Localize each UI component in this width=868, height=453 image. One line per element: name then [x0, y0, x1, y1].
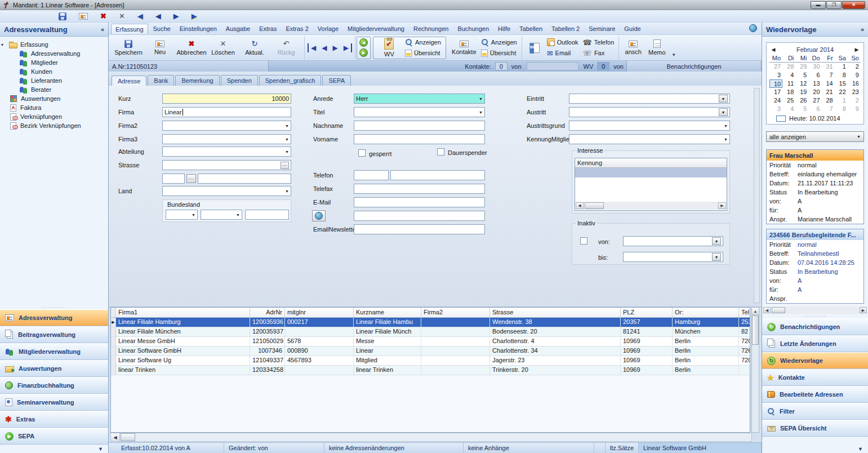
menu-item[interactable]: Vorlage: [314, 24, 342, 33]
inaktiv-bis-dropdown-icon[interactable]: ▼: [712, 253, 721, 261]
wv-card[interactable]: Frau Marschall Prioritätnormal Betreff:e…: [766, 149, 864, 224]
bundesland-extra-field[interactable]: [245, 210, 289, 220]
kurz-field[interactable]: 10000: [162, 94, 291, 104]
anrede-field[interactable]: Herr: [354, 94, 485, 104]
calendar-day[interactable]: 29: [795, 63, 808, 71]
strasse-lookup-icon[interactable]: ···: [281, 162, 289, 169]
tab[interactable]: Spenden: [221, 75, 258, 86]
calendar-day[interactable]: 26: [795, 96, 808, 105]
firma3-field[interactable]: [162, 134, 291, 144]
calendar-day[interactable]: 17: [769, 88, 782, 96]
kontakte-anzeigen-button[interactable]: Anzeigen: [479, 38, 519, 47]
column-header[interactable]: Firma1: [116, 308, 250, 317]
tree-item-mitglieder[interactable]: Mitglieder: [1, 58, 107, 67]
next-icon[interactable]: ▶: [173, 12, 179, 20]
column-header[interactable]: Kurzname: [354, 308, 421, 317]
plz-field[interactable]: [162, 174, 185, 184]
cancel-icon[interactable]: ✖: [100, 12, 106, 20]
calendar-day[interactable]: 6: [808, 71, 821, 79]
email-field[interactable]: [354, 197, 485, 207]
calendar-day[interactable]: 5: [795, 71, 808, 79]
neu-button[interactable]: Neu: [145, 37, 175, 59]
wv-anzeigen-button[interactable]: Anzeigen: [403, 38, 443, 47]
calendar-day[interactable]: 13: [808, 79, 821, 88]
jump-back-icon[interactable]: ◀: [137, 12, 143, 20]
module-mitgliederverwaltung[interactable]: Mitgliederverwaltung: [0, 343, 108, 360]
column-header[interactable]: Strasse: [490, 308, 621, 317]
tree-item-auswertungen[interactable]: Auswertungen: [1, 94, 107, 103]
calendar-day[interactable]: 28: [782, 63, 795, 71]
eintritt-field[interactable]: ▼: [569, 94, 730, 104]
kennung-mitglied-field[interactable]: [569, 134, 730, 144]
calendar-day[interactable]: 28: [822, 96, 835, 105]
restore-button[interactable]: ❐: [826, 1, 842, 9]
wv-uebersicht-button[interactable]: Übersicht: [403, 48, 443, 57]
gesperrt-checkbox[interactable]: [358, 149, 366, 157]
interesse-list[interactable]: Kennung ◀ ▶: [575, 158, 727, 211]
calendar-today-row[interactable]: Heute: 10.02.2014: [769, 113, 861, 122]
firma2-field[interactable]: [162, 121, 291, 131]
interesse-scrollbar[interactable]: ◀ ▶: [576, 202, 726, 210]
calendar-day[interactable]: 22: [835, 88, 848, 96]
tab[interactable]: Bank: [148, 75, 174, 86]
scroll-right-icon[interactable]: ▶: [718, 202, 726, 209]
menu-item[interactable]: Ausgabe: [222, 24, 254, 33]
anschrift-button[interactable]: ansch: [622, 37, 644, 59]
telefon-button[interactable]: ☎Telefon: [581, 38, 616, 47]
email-newsletter-field[interactable]: [354, 224, 485, 234]
word-button[interactable]: [525, 37, 544, 59]
eintritt-dropdown-icon[interactable]: ▼: [719, 95, 728, 103]
previous-month-icon[interactable]: ◀: [769, 47, 777, 52]
first-record-button[interactable]: ◀: [308, 43, 318, 52]
table-row[interactable]: Linear Messe GmbH1210500295678MesseCharl…: [111, 337, 750, 347]
collapse-sidebar-icon[interactable]: «: [101, 26, 104, 33]
calendar-day[interactable]: 8: [835, 71, 848, 79]
next-month-icon[interactable]: ▶: [853, 47, 861, 52]
wv-next-button[interactable]: ▶: [359, 48, 368, 57]
panel-nav-bearbeitete-adressen[interactable]: Bearbeitete Adressen: [762, 386, 868, 403]
calendar-day[interactable]: 4: [782, 105, 795, 113]
column-header[interactable]: Or:: [673, 308, 739, 317]
calendar-day[interactable]: 18: [782, 88, 795, 96]
loeschen-button[interactable]: ✕Löschen: [208, 37, 238, 59]
bundesland-code-field[interactable]: [166, 210, 198, 220]
minimize-button[interactable]: ▬: [811, 1, 826, 9]
tree-item-erfassung[interactable]: ▾Erfassung: [1, 40, 107, 49]
abbrechen-button[interactable]: ✖Abbrechen: [176, 37, 207, 59]
calendar-day[interactable]: 30: [808, 63, 821, 71]
land-field[interactable]: [162, 186, 291, 196]
firma-field[interactable]: Linear: [162, 107, 291, 117]
wv-previous-button[interactable]: ◀: [359, 38, 368, 47]
scroll-thumb[interactable]: [772, 307, 785, 313]
menu-item[interactable]: Suche: [149, 24, 175, 33]
calendar-day[interactable]: 11: [782, 79, 795, 88]
module-seminarverwaltung[interactable]: Seminarverwaltung: [0, 394, 108, 411]
calendar-day[interactable]: 31: [822, 63, 835, 71]
expand-panel-icon[interactable]: »: [861, 26, 864, 33]
plz-lookup-button[interactable]: ···: [186, 174, 196, 183]
table-row[interactable]: Linear Software Ug1210493374567893Mitgli…: [111, 356, 750, 366]
calendar-day[interactable]: 2: [848, 63, 861, 71]
menu-item[interactable]: Extras: [255, 24, 281, 33]
vorname-field[interactable]: [354, 134, 485, 144]
calendar-day[interactable]: 9: [848, 105, 861, 113]
module-auswertungen[interactable]: Auswertungen: [0, 360, 108, 377]
calendar-day[interactable]: 3: [769, 71, 782, 79]
sidebar-overflow[interactable]: ▼: [0, 445, 108, 453]
column-header[interactable]: PLZ: [621, 308, 673, 317]
fax-button[interactable]: ☏Fax: [581, 48, 616, 57]
abteilung-field[interactable]: [162, 146, 291, 157]
scroll-left-icon[interactable]: ◀: [763, 307, 771, 313]
table-row[interactable]: linear Trinken120334258linear TrinkenTri…: [111, 366, 750, 375]
inaktiv-von-dropdown-icon[interactable]: ▼: [712, 237, 721, 245]
toolbar-options-icon[interactable]: ▼: [671, 52, 676, 60]
menu-item[interactable]: Tabellen 2: [547, 24, 584, 33]
kontakte-uebersicht-button[interactable]: Übersicht: [479, 48, 519, 57]
wv-card[interactable]: 234566 Berufsbegleitende F... Prioritätn…: [766, 229, 864, 304]
austritt-dropdown-icon[interactable]: ▼: [719, 108, 728, 116]
panel-nav-benachrichtigungen[interactable]: ↻Benachrichtigungen: [762, 318, 868, 335]
tab[interactable]: Adresse: [112, 76, 146, 86]
speichern-button[interactable]: Speichern: [113, 37, 144, 59]
module-finanzbuchhaltung[interactable]: Finanzbuchhaltung: [0, 377, 108, 394]
ort-field[interactable]: [198, 174, 291, 184]
